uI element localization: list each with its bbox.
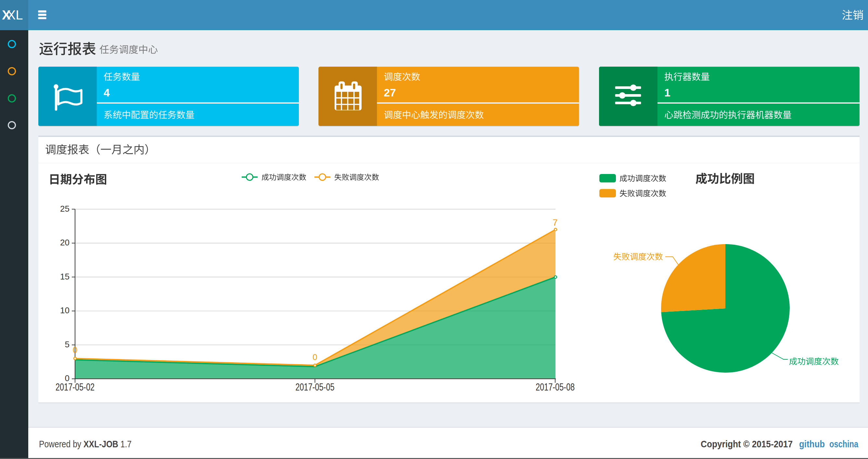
svg-text:5: 5 <box>65 339 69 349</box>
svg-text:27: 27 <box>384 87 396 99</box>
svg-text:2017-05-02: 2017-05-02 <box>56 381 95 393</box>
svg-text:Copyright © 2015-2017: Copyright © 2015-2017 <box>701 438 793 449</box>
svg-text:25: 25 <box>60 204 69 214</box>
svg-text:2017-05-05: 2017-05-05 <box>296 381 335 393</box>
svg-text:15: 15 <box>60 272 69 282</box>
svg-text:oschina: oschina <box>829 438 858 449</box>
svg-text:0: 0 <box>73 345 77 355</box>
svg-text:github: github <box>799 438 825 449</box>
svg-text:10: 10 <box>60 305 69 315</box>
svg-text:4: 4 <box>104 87 110 99</box>
svg-text:Powered by XXL-JOB 1.7: Powered by XXL-JOB 1.7 <box>39 439 131 449</box>
svg-text:0: 0 <box>312 352 317 362</box>
svg-text:7: 7 <box>553 218 557 228</box>
svg-text:20: 20 <box>60 238 69 248</box>
svg-text:X: X <box>2 8 11 22</box>
svg-text:1: 1 <box>664 87 671 99</box>
svg-text:2017-05-08: 2017-05-08 <box>536 381 575 393</box>
